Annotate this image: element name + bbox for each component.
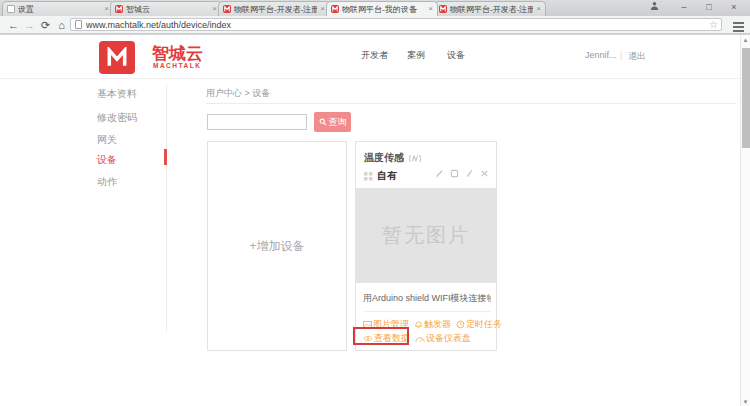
- pen-icon[interactable]: [465, 169, 474, 178]
- logout-link[interactable]: 退出: [628, 50, 646, 63]
- edit-pencil-icon[interactable]: [435, 169, 444, 178]
- machtalk-favicon-icon: [115, 5, 123, 13]
- url-text[interactable]: www.machtalk.net/auth/device/index: [86, 20, 231, 30]
- chrome-menu-icon[interactable]: [733, 22, 744, 24]
- tab-title: 物联网平台-开发者-注册...: [450, 4, 533, 15]
- search-icon: [319, 118, 327, 126]
- tab-title: 设置: [18, 4, 101, 15]
- username[interactable]: Jennif...: [585, 50, 617, 60]
- site-header: 智城云 MACHTALK 开发者 案例 设备 Jennif... | 退出: [0, 35, 740, 79]
- card-divider: [364, 311, 490, 312]
- separator: |: [620, 50, 622, 60]
- device-image-placeholder: 暂无图片: [356, 188, 496, 283]
- bell-icon: [414, 320, 423, 329]
- scheduled-task-link[interactable]: 定时任务: [456, 318, 502, 331]
- forward-icon[interactable]: →: [22, 17, 37, 33]
- device-dashboard-link[interactable]: 设备仪表盘: [415, 332, 471, 345]
- add-device-card[interactable]: +增加设备: [207, 141, 347, 351]
- sidebar-item-devices[interactable]: 设备: [97, 153, 117, 167]
- sidebar-item-password[interactable]: 修改密码: [97, 111, 137, 125]
- tab-title: 智城云: [126, 4, 209, 15]
- tab-title: 物联网平台-我的设备: [342, 4, 425, 15]
- page-content: 智城云 MACHTALK 开发者 案例 设备 Jennif... | 退出 基本…: [0, 34, 750, 406]
- gauge-icon: [415, 335, 425, 343]
- machtalk-favicon-icon: [223, 5, 231, 13]
- address-bar[interactable]: www.machtalk.net/auth/device/index: [70, 18, 722, 31]
- sidebar-divider: [166, 85, 167, 332]
- sidebar-active-indicator: [164, 149, 167, 165]
- square-icon[interactable]: [450, 169, 459, 178]
- machtalk-favicon-icon: [439, 5, 447, 13]
- tab-close-icon[interactable]: ×: [212, 5, 217, 13]
- tab-register-2[interactable]: 物联网平台-开发者-注册... ×: [434, 1, 546, 16]
- clock-icon: [456, 320, 465, 329]
- back-icon[interactable]: ←: [6, 17, 21, 33]
- minimize-icon[interactable]: –: [676, 0, 692, 14]
- device-card: 温度传感 自有: [355, 141, 497, 351]
- scrollbar-thumb[interactable]: [742, 48, 750, 148]
- nav-developer[interactable]: 开发者: [361, 49, 388, 62]
- maximize-icon[interactable]: □: [701, 0, 717, 14]
- no-image-label: 暂无图片: [382, 222, 470, 249]
- search-button-label: 查询: [329, 116, 347, 129]
- search-input[interactable]: [207, 114, 307, 130]
- tab-machtalk-home[interactable]: 智城云 ×: [110, 1, 222, 16]
- nav-devices[interactable]: 设备: [447, 49, 465, 62]
- window-close-icon[interactable]: ×: [726, 0, 742, 14]
- grid-icon: [364, 172, 373, 181]
- delete-icon[interactable]: [480, 169, 489, 178]
- tab-my-devices[interactable]: 物联网平台-我的设备 ×: [326, 1, 438, 16]
- scroll-down-icon[interactable]: ▼: [741, 399, 750, 405]
- device-description: 用Arduino shield WIFI模块连接物...: [363, 292, 491, 305]
- machtalk-favicon-icon: [331, 5, 339, 13]
- tab-settings[interactable]: 设置 ×: [2, 1, 114, 16]
- tab-close-icon[interactable]: ×: [320, 5, 325, 13]
- machtalk-logo-icon[interactable]: [99, 41, 135, 74]
- tab-title: 物联网平台-开发者-注册...: [234, 4, 317, 15]
- device-name: 温度传感: [364, 151, 404, 165]
- tab-close-icon[interactable]: ×: [428, 5, 433, 13]
- ownership-badge: 自有: [377, 169, 397, 183]
- profile-icon[interactable]: [646, 0, 662, 14]
- reload-icon[interactable]: ⟳: [38, 17, 53, 33]
- home-icon[interactable]: ⌂: [54, 17, 69, 33]
- annotation-box: [353, 327, 409, 345]
- bookmark-star-icon[interactable]: ☆: [709, 18, 718, 31]
- trigger-link[interactable]: 触发器: [414, 318, 451, 331]
- add-device-label: +增加设备: [249, 238, 304, 255]
- sidebar-item-profile[interactable]: 基本资料: [97, 87, 137, 101]
- logo-subtext: MACHTALK: [153, 62, 201, 69]
- breadcrumb: 用户中心 > 设备: [206, 87, 270, 100]
- link-label: 设备仪表盘: [426, 332, 471, 345]
- page-icon: [75, 20, 82, 29]
- link-label: 定时任务: [466, 318, 502, 331]
- connection-status-icon: [408, 154, 422, 163]
- breadcrumb-divider: [206, 103, 737, 104]
- tab-strip: 设置 × 智城云 × 物联网平台-开发者-注册... × 物联网平台-我的设备 …: [0, 0, 750, 16]
- search-button[interactable]: 查询: [314, 112, 351, 132]
- sidebar-item-gateway[interactable]: 网关: [97, 133, 117, 147]
- blank-page-icon: [7, 5, 15, 13]
- page-scrollbar[interactable]: ▲ ▼: [740, 35, 750, 406]
- link-label: 触发器: [424, 318, 451, 331]
- tab-close-icon[interactable]: ×: [536, 5, 541, 13]
- sidebar-item-actions[interactable]: 动作: [97, 175, 117, 189]
- nav-cases[interactable]: 案例: [407, 49, 425, 62]
- browser-toolbar: ← → ⟳ ⌂ www.machtalk.net/auth/device/ind…: [0, 16, 750, 34]
- scroll-up-icon[interactable]: ▲: [741, 37, 750, 43]
- tab-close-icon[interactable]: ×: [104, 5, 109, 13]
- tab-register-1[interactable]: 物联网平台-开发者-注册... ×: [218, 1, 330, 16]
